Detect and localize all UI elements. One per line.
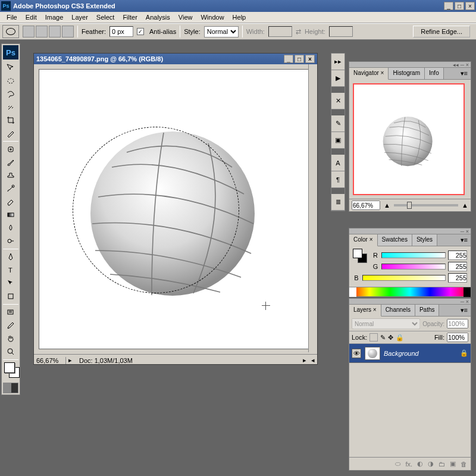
dock-paragraph-icon[interactable]: ¶ [331,171,345,188]
doc-close-button[interactable]: × [305,55,315,63]
menu-filter[interactable]: Filter [118,12,141,22]
lock-pixels-icon[interactable]: ✎ [380,334,386,342]
shape-tool[interactable] [3,290,18,303]
stamp-tool[interactable] [3,169,18,182]
antialias-checkbox[interactable]: ✓ [137,28,144,35]
lasso-tool[interactable] [3,87,18,101]
menu-file[interactable]: File [2,12,21,22]
layer-row[interactable]: 👁 Background 🔒 [349,344,471,363]
tab-color[interactable]: Color [349,234,378,246]
navigator-preview[interactable] [353,83,465,195]
new-layer-icon[interactable]: ▣ [450,460,456,468]
current-tool-preview[interactable] [2,25,19,38]
style-select[interactable]: Normal [204,26,239,37]
mask-icon[interactable]: ◐ [417,460,423,468]
menu-edit[interactable]: Edit [21,12,41,22]
b-slider[interactable] [362,275,446,281]
dodge-tool[interactable] [3,234,18,248]
tab-paths[interactable]: Paths [415,305,440,316]
color-fg-bg-swatch[interactable] [353,249,368,264]
wand-tool[interactable] [3,101,18,114]
heal-tool[interactable] [3,143,18,156]
panel-menu-icon[interactable]: ▾≡ [458,234,471,246]
slice-tool[interactable] [3,127,18,140]
layer-thumbnail[interactable] [365,347,380,360]
screen-modes[interactable] [3,383,18,393]
canvas[interactable] [39,69,314,349]
tab-swatches[interactable]: Swatches [378,234,412,246]
lock-position-icon[interactable]: ✥ [388,334,393,342]
pen-tool[interactable] [3,250,18,264]
zoom-out-icon[interactable]: ▲ [384,202,390,209]
menu-image[interactable]: Image [41,12,68,22]
b-input[interactable] [448,273,467,283]
fill-input[interactable] [447,333,468,342]
opacity-input[interactable] [447,319,468,328]
panel-menu-icon[interactable]: ▾≡ [458,305,471,316]
refine-edge-button[interactable]: Refine Edge... [413,26,470,37]
dock-play-icon[interactable]: ▶ [331,70,345,87]
zoom-in-icon[interactable]: ▲ [462,202,468,209]
tab-layers[interactable]: Layers [349,305,381,317]
menu-analysis[interactable]: Analysis [142,12,174,22]
minimize-button[interactable]: _ [444,2,453,10]
zoom-tool[interactable] [3,345,18,358]
tab-info[interactable]: Info [425,68,444,79]
r-slider[interactable] [381,252,446,258]
selection-mode-icons[interactable] [23,26,74,37]
link-icon[interactable]: ⬭ [395,460,400,468]
g-input[interactable] [448,262,467,271]
blend-mode-select[interactable]: Normal [352,318,420,329]
tab-navigator[interactable]: Navigator [349,68,389,80]
g-slider[interactable] [381,264,446,270]
feather-input[interactable] [109,26,133,37]
panel-grip[interactable]: ─ × [349,299,471,305]
hand-tool[interactable] [3,332,18,345]
document-titlebar[interactable]: 1354065_74890897.png @ 66,7% (RGB/8) _ □… [34,54,317,64]
type-tool[interactable]: T [3,264,18,277]
adjustment-icon[interactable]: ◑ [428,460,434,468]
gradient-tool[interactable] [3,208,18,221]
r-input[interactable] [448,250,467,260]
menu-window[interactable]: Window [196,12,228,22]
fx-icon[interactable]: fx. [405,461,412,468]
blur-tool[interactable] [3,221,18,234]
dock-tools-icon[interactable]: ✕ [331,93,345,109]
panel-grip[interactable]: ─ × [349,228,471,234]
menu-view[interactable]: View [174,12,197,22]
layer-name[interactable]: Background [384,350,419,357]
vertical-scrollbar[interactable] [308,64,317,352]
foreground-color[interactable] [4,362,15,373]
group-icon[interactable]: 🗀 [439,461,445,468]
eyedropper-tool[interactable] [3,319,18,332]
path-select-tool[interactable] [3,277,18,290]
panel-grip[interactable]: ◂◂ ─ × [349,62,471,68]
menu-select[interactable]: Select [92,12,119,22]
history-brush-tool[interactable] [3,182,18,195]
move-tool[interactable] [3,61,18,74]
navigator-zoom-slider[interactable] [394,204,458,206]
zoom-readout[interactable]: 66,67% [34,357,66,364]
panel-menu-icon[interactable]: ▾≡ [458,68,471,79]
notes-tool[interactable] [3,306,18,319]
lock-all-icon[interactable]: 🔒 [396,334,404,342]
doc-maximize-button[interactable]: □ [295,55,304,63]
doc-minimize-button[interactable]: _ [284,55,293,63]
menu-help[interactable]: Help [228,12,250,22]
dock-expand-icon[interactable]: ▸▸ [331,54,345,70]
dock-file-icon[interactable]: ≣ [331,194,345,211]
eraser-tool[interactable] [3,195,18,208]
tab-histogram[interactable]: Histogram [389,68,425,79]
crop-tool[interactable] [3,114,18,127]
delete-icon[interactable]: 🗑 [461,461,467,468]
navigator-zoom-input[interactable] [352,201,380,210]
lock-transparent-icon[interactable] [369,333,378,342]
close-button[interactable]: × [465,2,475,10]
tab-channels[interactable]: Channels [381,305,415,316]
dock-character-icon[interactable]: A [331,155,345,171]
marquee-tool[interactable] [3,74,18,87]
menu-layer[interactable]: Layer [67,12,92,22]
brush-tool[interactable] [3,156,18,169]
dock-clone-icon[interactable]: ▣ [331,132,345,149]
color-swatches[interactable] [3,361,18,383]
